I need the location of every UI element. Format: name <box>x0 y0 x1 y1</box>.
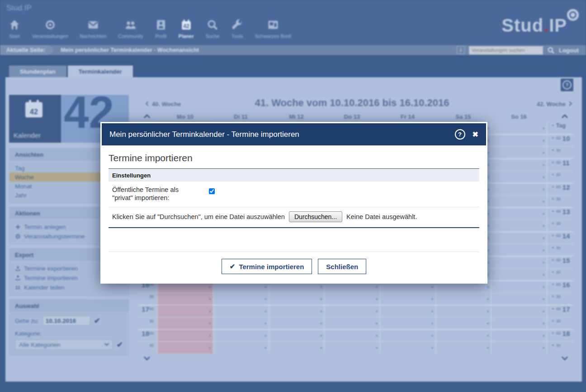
add-appointment-icon[interactable]: + <box>552 148 554 153</box>
calendar-cell[interactable]: + <box>269 293 324 305</box>
kategorie-select[interactable]: Alle Kategorien <box>15 339 113 350</box>
next-week-link[interactable]: 42. Woche <box>501 101 573 107</box>
nav-item-schwarzes-brett[interactable]: Schwarzes Brett <box>249 19 297 39</box>
dialog-close-icon[interactable]: ✖ <box>473 130 478 139</box>
add-appointment-icon[interactable]: + <box>552 160 554 165</box>
add-appointment-icon[interactable]: + <box>552 257 554 263</box>
calendar-cell[interactable]: + <box>491 305 547 317</box>
add-appointment-icon[interactable]: + <box>552 123 554 128</box>
scroll-earlier-icon[interactable] <box>562 113 568 119</box>
calendar-cell[interactable]: + <box>213 317 269 329</box>
day-header-mo-10[interactable]: Mo 10 <box>157 113 213 120</box>
search-input[interactable] <box>469 46 543 55</box>
calendar-cell[interactable]: + <box>491 317 547 329</box>
calendar-cell[interactable]: + <box>491 281 547 293</box>
calendar-cell[interactable]: + <box>324 317 380 329</box>
calendar-cell[interactable]: + <box>491 196 547 207</box>
calendar-cell[interactable]: + <box>435 305 491 317</box>
calendar-cell[interactable]: + <box>435 330 491 341</box>
day-header-di-11[interactable]: Di 11 <box>213 113 269 120</box>
calendar-cell[interactable]: + <box>213 330 269 341</box>
nav-item-veranstaltungen[interactable]: Veranstaltungen <box>26 19 74 39</box>
sidebar-item-kalender-teilen[interactable]: Kalender teilen <box>9 283 128 292</box>
logout-link[interactable]: Logout <box>559 47 579 54</box>
add-appointment-icon[interactable]: + <box>552 135 554 141</box>
private-import-checkbox[interactable] <box>209 188 215 194</box>
dialog-help-icon[interactable]: ? <box>455 129 465 140</box>
calendar-cell[interactable]: + <box>157 293 213 305</box>
add-appointment-icon[interactable]: + <box>552 331 554 336</box>
add-appointment-icon[interactable]: + <box>552 184 554 190</box>
calendar-cell[interactable]: + <box>380 293 435 305</box>
day-header-sa-15[interactable]: Sa 15 <box>435 113 491 120</box>
add-appointment-icon[interactable]: + <box>552 306 554 312</box>
goto-date-input[interactable] <box>43 316 90 326</box>
add-appointment-icon[interactable]: + <box>552 343 554 348</box>
help-button[interactable]: ? <box>561 79 573 91</box>
browse-button[interactable]: Durchsuchen... <box>289 211 342 222</box>
calendar-cell[interactable]: + <box>491 257 547 268</box>
calendar-cell[interactable]: + <box>491 183 547 195</box>
calendar-cell[interactable]: + <box>213 293 269 305</box>
nav-item-community[interactable]: Community <box>112 19 149 39</box>
calendar-cell[interactable]: + <box>380 330 435 341</box>
calendar-cell[interactable]: + <box>491 220 547 232</box>
scroll-later-icon[interactable] <box>144 355 150 362</box>
calendar-cell[interactable]: + <box>435 342 491 354</box>
calendar-cell[interactable]: + <box>435 317 491 329</box>
info-icon[interactable]: i <box>457 46 465 54</box>
dialog-close-button[interactable]: Schließen <box>318 259 366 274</box>
calendar-cell[interactable]: + <box>157 330 213 341</box>
calendar-cell[interactable]: + <box>491 171 547 183</box>
add-appointment-icon[interactable]: + <box>552 233 554 238</box>
calendar-cell[interactable]: + <box>213 305 269 317</box>
calendar-cell[interactable]: + <box>491 208 547 219</box>
nav-item-tools[interactable]: Tools <box>226 19 249 39</box>
nav-item-profil[interactable]: Profil <box>149 19 173 39</box>
add-appointment-icon[interactable]: + <box>552 172 554 177</box>
calendar-cell[interactable]: + <box>324 293 380 305</box>
calendar-cell[interactable]: + <box>324 342 380 354</box>
calendar-cell[interactable]: + <box>491 147 547 159</box>
calendar-cell[interactable]: + <box>491 244 547 256</box>
scroll-later-icon[interactable] <box>562 355 568 362</box>
studip-logo[interactable]: Stud.IP <box>501 16 567 34</box>
calendar-cell[interactable]: + <box>491 159 547 171</box>
add-appointment-icon[interactable]: + <box>552 318 554 324</box>
calendar-cell[interactable]: + <box>380 342 435 354</box>
calendar-cell[interactable]: + <box>269 317 324 329</box>
day-header-so-16[interactable]: So 16 <box>491 113 547 120</box>
add-appointment-icon[interactable]: + <box>552 196 554 202</box>
nav-item-suche[interactable]: Suche <box>199 19 225 39</box>
calendar-cell[interactable]: + <box>380 305 435 317</box>
import-submit-button[interactable]: ✔ Termine importieren <box>222 259 312 274</box>
add-appointment-icon[interactable]: + <box>552 282 554 287</box>
calendar-cell[interactable]: + <box>491 232 547 244</box>
day-header-fr-14[interactable]: Fr 14 <box>380 113 435 120</box>
add-appointment-icon[interactable]: + <box>552 221 554 226</box>
nav-item-nachrichten[interactable]: Nachrichten <box>74 19 113 39</box>
scroll-earlier-icon[interactable] <box>144 113 150 119</box>
calendar-cell[interactable]: + <box>269 330 324 341</box>
search-icon[interactable] <box>547 47 555 54</box>
tab-stundenplan[interactable]: Stundenplan <box>9 65 66 77</box>
calendar-cell[interactable]: + <box>380 317 435 329</box>
nav-item-planer[interactable]: 42Planer <box>173 19 200 39</box>
calendar-cell[interactable]: + <box>269 305 324 317</box>
calendar-cell[interactable]: + <box>157 342 213 354</box>
add-appointment-icon[interactable]: + <box>552 294 554 299</box>
goto-confirm-icon[interactable]: ✔ <box>94 316 100 326</box>
calendar-cell[interactable]: + <box>269 342 324 354</box>
calendar-cell[interactable]: + <box>435 293 491 305</box>
calendar-cell[interactable]: + <box>491 135 547 146</box>
tab-terminkalender[interactable]: Terminkalender <box>68 65 133 77</box>
calendar-cell[interactable]: + <box>157 305 213 317</box>
calendar-cell[interactable]: + <box>491 330 547 341</box>
add-appointment-icon[interactable]: + <box>552 270 554 275</box>
calendar-cell[interactable]: + <box>157 317 213 329</box>
calendar-cell[interactable]: + <box>324 305 380 317</box>
calendar-cell[interactable]: + <box>491 122 547 134</box>
calendar-cell[interactable]: + <box>491 293 547 305</box>
calendar-cell[interactable]: + <box>491 342 547 354</box>
day-header-do-13[interactable]: Do 13 <box>324 113 380 120</box>
